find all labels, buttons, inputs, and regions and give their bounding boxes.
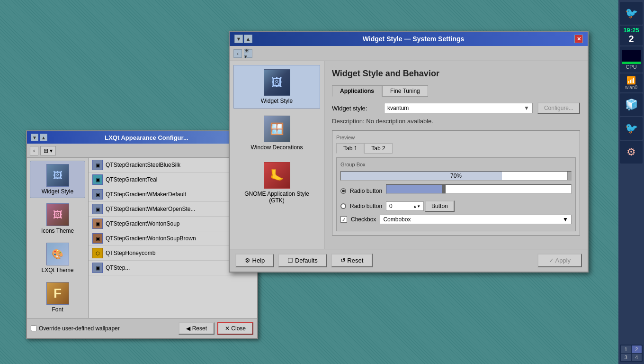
widget-minimize-btn[interactable]: ▼: [234, 35, 243, 43]
theme-icon: ▣: [92, 218, 103, 229]
preview-tab-2[interactable]: Tab 2: [364, 143, 392, 154]
configure-btn[interactable]: Configure...: [537, 102, 580, 114]
gnome-sidebar-label: GNOME Application Style (GTK): [238, 191, 316, 204]
cpu-monitor: CPU: [620, 46, 643, 73]
wlan-widget: 📶 wlan0: [620, 73, 643, 92]
preview-tab-1[interactable]: Tab 1: [336, 143, 364, 154]
lxqt-icon-mode-btn[interactable]: ⊞ ▾: [40, 146, 56, 155]
preview-slider[interactable]: [386, 184, 572, 194]
spin-value: 0: [389, 203, 393, 209]
sidebar-item-icons-theme[interactable]: 🖼 Icons Theme: [30, 200, 85, 237]
radio-1[interactable]: [340, 188, 346, 194]
widget-titlebar: ▼ ▲ Widget Style — System Settings ✕: [230, 32, 588, 46]
widget-style-select[interactable]: kvantum ▼: [384, 103, 533, 113]
widget-footer: ⚙ Help ☐ Defaults ↺ Reset ✓ Apply: [230, 249, 588, 272]
radio-1-label: Radio button: [350, 188, 382, 194]
theme-name: QTStepGradientWontonSoup: [106, 220, 180, 227]
spin-arrows-icon[interactable]: ▲▼: [413, 204, 420, 209]
preview-progress-bar: 70%: [340, 171, 572, 181]
tab-applications[interactable]: Applications: [332, 85, 382, 97]
lxqt-footer-buttons: ◀ Reset ✕ Close: [179, 322, 253, 335]
workspace-4[interactable]: 4: [632, 354, 642, 361]
widget-main-panel: Widget Style and Behavior Applications F…: [324, 61, 588, 249]
icon-3d[interactable]: 🧊: [620, 93, 643, 116]
wlan-label: wlan0: [625, 85, 637, 90]
workspace-switcher[interactable]: 1 2 3 4: [620, 345, 643, 362]
workspace-1[interactable]: 1: [621, 346, 631, 353]
widget-maximize-btn[interactable]: ▲: [244, 35, 252, 43]
checkbox-label: Checkbox: [351, 216, 376, 223]
sidebar-item-widget-style[interactable]: 🖼 Widget Style: [233, 65, 320, 109]
lxqt-toolbar: ‹ ⊞ ▾: [27, 144, 257, 158]
widget-close-btn[interactable]: ✕: [574, 35, 583, 43]
lxqt-window-title: LXQt Appearance Configur...: [105, 134, 188, 141]
reset-btn[interactable]: ↺ Reset: [331, 254, 373, 267]
lxqt-reset-btn[interactable]: ◀ Reset: [179, 322, 215, 335]
widget-style-row: Widget style: kvantum ▼ Configure...: [332, 102, 580, 114]
wallpaper-checkbox-container[interactable]: Override user-defined wallpaper: [31, 325, 120, 332]
widget-icon-mode-btn[interactable]: ⊞ ▾: [244, 49, 252, 58]
radio-row-2: Radio button 0 ▲▼ Button: [340, 200, 572, 212]
apply-btn[interactable]: ✓ Apply: [537, 254, 582, 267]
lxqt-footer: Override user-defined wallpaper ◀ Reset …: [27, 318, 257, 338]
theme-name: QTStepGradientWontonSoupBrown: [106, 235, 196, 242]
combobox-arrow-icon: ▼: [563, 216, 568, 223]
sidebar-item-lxqt-theme[interactable]: 🎨 LXQt Theme: [30, 239, 85, 277]
icon-settings[interactable]: ⚙: [620, 141, 643, 164]
theme-name: QTStep...: [106, 264, 130, 271]
lxqt-body: 🖼 Widget Style 🖼 Icons Theme 🎨 LXQt Them…: [27, 158, 257, 318]
lxqt-back-btn[interactable]: ‹: [30, 146, 38, 155]
lxqt-close-btn[interactable]: ✕ Close: [217, 322, 253, 335]
widget-style-sidebar-label: Widget Style: [261, 98, 293, 104]
preview-button[interactable]: Button: [425, 200, 455, 212]
cpu-line: [622, 62, 641, 64]
widget-back-btn[interactable]: ‹: [233, 49, 242, 58]
widget-style-field-label: Widget style:: [332, 105, 379, 112]
sidebar-item-font[interactable]: F Font: [30, 279, 85, 316]
icon-bird2[interactable]: 🐦: [620, 117, 643, 140]
lxqt-minimize-btn[interactable]: ▼: [31, 134, 38, 141]
sidebar-item-gnome[interactable]: 🦶 GNOME Application Style (GTK): [233, 158, 320, 208]
time-display: 19:25: [623, 27, 639, 34]
lxqt-titlebar-left-btns: ▼ ▲: [31, 134, 47, 141]
radio-2-value-box: 0 ▲▼ Button: [386, 200, 572, 212]
clock-widget: 19:25 2: [620, 26, 643, 46]
lxqt-theme-icon: 🎨: [46, 243, 69, 265]
widget-style-value: kvantum: [387, 105, 409, 111]
theme-name: QTStepHoneycomb: [106, 250, 155, 256]
theme-icon: ▣: [92, 263, 103, 273]
cpu-label: CPU: [626, 64, 636, 70]
defaults-btn[interactable]: ☐ Defaults: [278, 254, 327, 267]
window-dec-sidebar-label: Window Decorations: [250, 144, 303, 151]
widget-style-window: ▼ ▲ Widget Style — System Settings ✕ ‹ ⊞…: [229, 31, 589, 273]
spinbox[interactable]: 0 ▲▼: [386, 201, 424, 211]
font-label: Font: [52, 306, 63, 313]
radio-2[interactable]: [340, 203, 346, 209]
lxqt-maximize-btn[interactable]: ▲: [40, 134, 47, 141]
description-text: Description: No description available.: [332, 118, 580, 125]
tab-fine-tuning[interactable]: Fine Tuning: [382, 85, 428, 97]
preview-box: Preview Tab 1 Tab 2 Group Box 70% Radio …: [332, 130, 580, 236]
checkbox-preview[interactable]: ✓: [340, 216, 347, 223]
sidebar-item-window-decorations[interactable]: 🪟 Window Decorations: [233, 111, 320, 155]
combobox-preview[interactable]: Combobox ▼: [380, 215, 572, 224]
bird-icon[interactable]: 🐦: [620, 2, 643, 25]
theme-name: QTStepGradientTeal: [106, 176, 157, 183]
workspace-3[interactable]: 3: [621, 354, 631, 361]
gnome-sidebar-icon: 🦶: [264, 162, 290, 189]
icons-theme-label: Icons Theme: [41, 228, 74, 234]
wallpaper-checkbox-label: Override user-defined wallpaper: [39, 325, 120, 332]
combobox-value: Combobox: [383, 216, 411, 223]
theme-icon: ▣: [92, 160, 103, 170]
sidebar-item-widget-style[interactable]: 🖼 Widget Style: [30, 161, 85, 198]
slider-handle: [442, 185, 446, 193]
theme-name: QTStepGradientWMakerOpenSte...: [106, 206, 195, 212]
widget-toolbar: ‹ ⊞ ▾: [230, 46, 588, 61]
date-display: 2: [628, 34, 634, 45]
progress-text: 70%: [343, 173, 569, 179]
wallpaper-checkbox[interactable]: [31, 325, 37, 331]
theme-icon: ▣: [92, 204, 103, 214]
workspace-2[interactable]: 2: [632, 346, 642, 353]
help-btn[interactable]: ⚙ Help: [235, 254, 274, 267]
group-box-label: Group Box: [340, 162, 572, 167]
